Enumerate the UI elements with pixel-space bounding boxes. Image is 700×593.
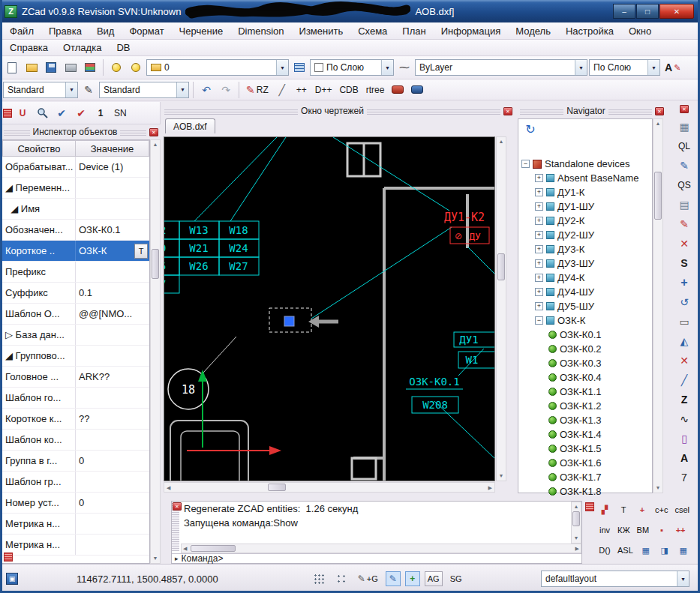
inspector-row[interactable]: Префикс [2,262,149,283]
osnap-button[interactable]: + [405,571,420,586]
chevron-down-icon[interactable]: ▼ [276,60,288,75]
chevron-down-icon[interactable]: ▼ [575,60,587,75]
snap-tool-button[interactable]: ASL [614,542,636,559]
tree-item-device-group[interactable]: + ДУ4-К [521,271,650,285]
d-plus-button[interactable]: D++ [312,81,335,99]
inspector-row[interactable]: Метрика н... [2,535,149,556]
property-name[interactable]: Короткое к... [2,409,76,429]
tree-item-device-group[interactable]: + ДУ3-К [521,242,650,256]
property-value[interactable]: 0.1 [76,283,149,303]
property-value[interactable]: Device (1) [76,157,149,177]
open-button[interactable] [23,58,41,76]
tree-item-device-group[interactable]: + ДУ1-К [521,185,650,199]
color-combo[interactable]: По Слою ▼ [310,59,394,76]
ucs-button[interactable]: U [14,104,32,122]
dim-style-combo[interactable]: Standard ▼ [3,82,78,98]
property-value[interactable] [76,199,149,219]
right-tool-button[interactable]: ◭ [674,331,695,351]
right-tool-button[interactable]: S [674,253,695,273]
menu-item[interactable]: Отладка [56,40,108,55]
property-value[interactable]: ARK?? [76,367,149,387]
menu-item[interactable]: Модель [509,23,557,39]
snap-tool-button[interactable]: ++ [671,522,689,538]
right-tool-button[interactable]: QL [674,136,695,156]
right-tool-button[interactable]: ✕ [674,234,695,253]
right-tool-button[interactable]: ✕ [674,351,695,370]
snap-tool-button[interactable]: ▞ [596,502,614,518]
sg-button[interactable]: SG [447,571,465,586]
property-name[interactable]: Шаблон О... [2,304,76,324]
inspector-row[interactable]: Шаблон го... [2,388,149,409]
expander-icon[interactable]: + [535,302,543,310]
expander-icon[interactable]: − [535,316,543,325]
tree-item-ozk-group[interactable]: − ОЗК-К [521,313,650,328]
drag-grip[interactable] [367,108,500,115]
layer-freeze-button[interactable] [127,58,145,76]
check-blue-button[interactable]: ✔ [53,104,71,122]
menu-item[interactable]: Изменить [293,23,350,39]
property-value[interactable] [76,388,149,408]
tree-item-device-group[interactable]: + ДУ3-ШУ [521,256,650,271]
property-name[interactable]: ◢ Имя [2,199,76,219]
zoom-select-button[interactable] [33,104,51,122]
close-panel-icon[interactable]: ✕ [173,502,182,511]
tree-item-device[interactable]: ОЗК-К1.6 [521,456,650,470]
right-tool-button[interactable]: ▭ [674,312,695,331]
scroll-thumb[interactable] [191,545,236,552]
right-tool-button[interactable]: ▦ [674,117,695,136]
menu-item[interactable]: Информация [434,23,508,39]
tree-item-device-group[interactable]: + ДУ2-К [521,214,650,228]
tree-item-device[interactable]: ОЗК-К1.5 [521,442,650,456]
tree-item-device-group[interactable]: + ДУ1-ШУ [521,199,650,214]
console-scrollbar[interactable]: ▲ ▼ [571,502,581,544]
view-red-button[interactable] [389,81,407,99]
ag-button[interactable]: AG [425,571,443,586]
property-name[interactable]: Шаблон гр... [2,472,76,492]
scroll-thumb[interactable] [152,249,159,279]
property-name[interactable]: ◢ Переменн... [2,178,76,198]
linetype-button[interactable]: ⁓ [395,58,413,76]
tree-item-device[interactable]: ОЗК-К1.8 [521,484,650,499]
right-tool-button[interactable]: QS [674,175,695,195]
chevron-down-icon[interactable]: ▼ [677,571,689,586]
expander-icon[interactable]: + [535,174,543,182]
inspector-scrollbar[interactable]: ▲ ▼ [150,139,161,564]
drag-grip[interactable] [120,129,146,136]
minimize-button[interactable]: – [613,4,635,19]
property-name[interactable]: Суффикс [2,283,76,303]
ortho-button[interactable]: ✎+G [355,571,381,586]
plus-plus-button[interactable]: ++ [293,81,311,99]
tree-item-device-group[interactable]: + ДУ4-ШУ [521,285,650,299]
property-name[interactable]: Шаблон ко... [2,430,76,450]
scroll-thumb[interactable] [268,484,286,491]
right-tool-button[interactable]: ✎ [674,214,695,234]
undo-button[interactable]: ↶ [197,81,215,99]
property-value[interactable] [76,472,149,492]
menu-item[interactable]: Dimension [231,23,290,39]
layers-button[interactable] [81,58,99,76]
property-value[interactable] [76,514,149,534]
snap-tool-button[interactable]: ▦ [637,542,655,559]
menu-item[interactable]: Справка [3,40,55,55]
console-log[interactable]: Regenerate ZCAD entities: 1.26 секунд За… [181,502,571,544]
right-tool-button[interactable]: ╱ [674,370,695,390]
tree-item-device[interactable]: ОЗК-К1.3 [521,413,650,427]
inspector-row[interactable]: Шаблон ко... [2,430,149,451]
menu-item[interactable]: Формат [122,23,170,39]
column-value[interactable]: Значение [76,140,149,157]
inspector-row[interactable]: ◢ Переменн... [2,178,149,199]
redo-button[interactable]: ↷ [217,81,235,99]
inspector-row[interactable]: Метрика н... [2,514,149,535]
tree-item-device[interactable]: ОЗК-К1.2 [521,399,650,413]
snap-tool-button[interactable]: inv [596,522,614,538]
inspector-row[interactable]: ◢ Имя [2,199,149,220]
property-value[interactable] [76,535,149,555]
property-value[interactable]: 0 [76,493,149,513]
console-hscrollbar[interactable]: ◀ ▶ [181,544,581,553]
right-tool-button[interactable]: ∿ [674,409,695,429]
snap-tool-button[interactable]: c+c [652,502,671,518]
view-blue-button[interactable] [408,81,426,99]
drag-grip[interactable] [520,108,563,115]
scroll-thumb[interactable] [572,511,580,526]
tree-item-device[interactable]: ОЗК-К1.1 [521,385,650,399]
